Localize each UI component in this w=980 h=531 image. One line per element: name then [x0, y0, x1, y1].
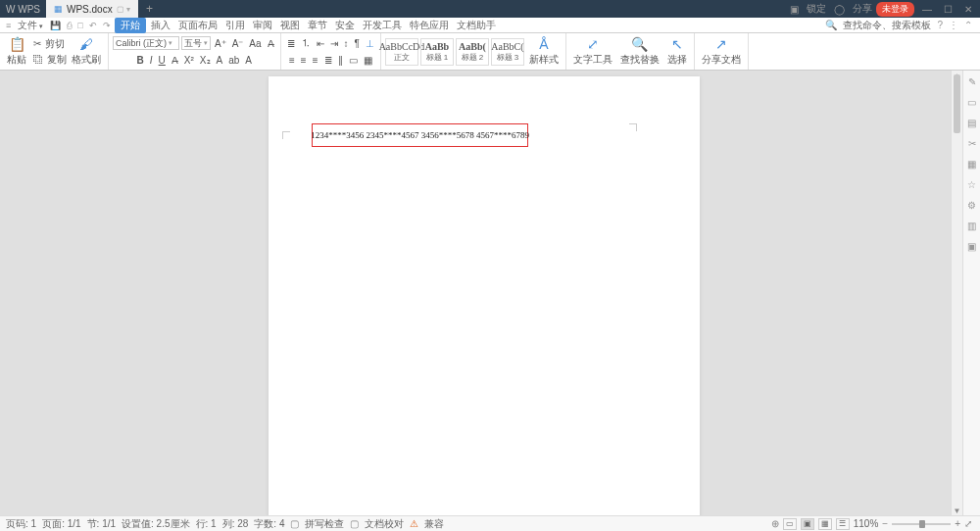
font-color-icon[interactable]: A	[215, 55, 225, 66]
fullscreen-icon[interactable]: ⤢	[964, 518, 972, 529]
panel-props-icon[interactable]: ▤	[967, 118, 976, 128]
share-icon[interactable]: ◯	[830, 4, 849, 15]
tab-devtools[interactable]: 开发工具	[360, 19, 405, 32]
expand-icon[interactable]: ⌃	[964, 20, 972, 30]
status-spellcheck[interactable]: 拼写检查	[305, 517, 344, 531]
panel-grid-icon[interactable]: ▥	[967, 220, 976, 231]
tab-security[interactable]: 安全	[332, 19, 358, 32]
cut-label[interactable]: 剪切	[45, 37, 65, 51]
format-painter-button[interactable]: 🖌 格式刷	[69, 36, 104, 67]
maximize-icon[interactable]: ☐	[940, 4, 956, 15]
add-tab-button[interactable]: +	[138, 0, 161, 18]
status-page-num[interactable]: 页码: 1	[6, 517, 36, 531]
panel-select-icon[interactable]: ▭	[967, 97, 976, 108]
tab-section[interactable]: 章节	[305, 19, 330, 32]
lock-icon[interactable]: ▣	[786, 4, 803, 15]
align-center-icon[interactable]: ≡	[299, 55, 309, 66]
bullets-icon[interactable]: ≣	[285, 38, 297, 49]
highlight-icon[interactable]: ab	[226, 55, 241, 66]
docproof-icon[interactable]: ▢	[350, 518, 359, 529]
tabs-icon[interactable]: ⊥	[364, 38, 376, 49]
change-case-icon[interactable]: Aa	[247, 38, 263, 49]
search-icon[interactable]: 🔍	[825, 20, 837, 30]
undo-icon[interactable]: ↶	[87, 21, 99, 30]
more-icon[interactable]: ⋮	[949, 20, 958, 30]
tab-insert[interactable]: 插入	[148, 19, 173, 32]
font-size-select[interactable]: 五号	[181, 36, 211, 50]
compat-icon[interactable]: ⚠	[410, 518, 418, 529]
login-button[interactable]: 未登录	[876, 2, 914, 17]
help-icon[interactable]: ?	[937, 20, 943, 30]
print-icon[interactable]: ⎙	[65, 21, 74, 30]
document-canvas[interactable]: 1234****3456 2345****4567 3456****5678 4…	[0, 71, 951, 515]
italic-icon[interactable]: I	[148, 55, 155, 66]
save-icon[interactable]: 💾	[48, 21, 63, 30]
style-h2[interactable]: AaBb( 标题 2	[456, 38, 489, 66]
panel-folder-icon[interactable]: ▣	[967, 241, 976, 252]
cut-icon[interactable]: ✂	[31, 38, 43, 49]
status-chars[interactable]: 字数: 4	[254, 517, 284, 531]
close-icon[interactable]: ✕	[960, 4, 976, 15]
shading-icon[interactable]: ▭	[347, 55, 360, 66]
clear-format-icon[interactable]: A̶	[266, 38, 276, 49]
file-menu[interactable]: 文件	[15, 19, 46, 32]
tab-pagelayout[interactable]: 页面布局	[175, 19, 220, 32]
panel-clip-icon[interactable]: ✂	[968, 138, 976, 149]
style-h3[interactable]: AaBbC( 标题 3	[491, 38, 524, 66]
style-h1[interactable]: AaBb 标题 1	[420, 38, 454, 66]
tab-feature[interactable]: 特色应用	[407, 19, 452, 32]
superscript-icon[interactable]: X²	[182, 55, 196, 66]
select-button[interactable]: ↖ 选择	[664, 36, 690, 67]
redo-icon[interactable]: ↷	[101, 21, 113, 30]
paste-button[interactable]: 📋 粘贴	[4, 36, 29, 67]
preview-icon[interactable]: □	[75, 21, 84, 30]
document-text[interactable]: 1234****3456 2345****4567 3456****5678 4…	[311, 130, 529, 140]
panel-star-icon[interactable]: ☆	[967, 179, 976, 190]
underline-icon[interactable]: U	[157, 55, 168, 66]
tab-view[interactable]: 视图	[277, 19, 303, 32]
font-shrink-icon[interactable]: A⁻	[230, 38, 246, 49]
indent-icon[interactable]: ⇥	[328, 38, 340, 49]
numbering-icon[interactable]: ⒈	[299, 36, 313, 50]
tab-home[interactable]: 开始	[115, 18, 146, 33]
share-doc-button[interactable]: ↗ 分享文档	[699, 36, 744, 67]
panel-template-icon[interactable]: ▦	[967, 159, 976, 169]
status-col[interactable]: 列: 28	[222, 517, 249, 531]
view-outline-button[interactable]: ☰	[836, 518, 850, 530]
tab-dochelper[interactable]: 文档助手	[454, 19, 499, 32]
menu-icon[interactable]: ≡	[4, 21, 13, 30]
strike-icon[interactable]: A̶	[170, 55, 180, 66]
view-web-button[interactable]: ▦	[818, 518, 832, 530]
char-shading-icon[interactable]: A	[243, 55, 254, 66]
document-tab[interactable]: ▦ WPS.docx ▢ ▾	[46, 0, 138, 18]
copy-label[interactable]: 复制	[47, 53, 67, 67]
bold-icon[interactable]: B	[135, 55, 146, 66]
font-grow-icon[interactable]: A⁺	[213, 38, 228, 49]
align-left-icon[interactable]: ≡	[287, 55, 297, 66]
subscript-icon[interactable]: X₂	[198, 55, 213, 66]
align-right-icon[interactable]: ≡	[311, 55, 320, 66]
new-style-button[interactable]: Å 新样式	[526, 36, 562, 67]
status-compat[interactable]: 兼容	[424, 517, 444, 531]
search-placeholder[interactable]: 查找命令、搜索模板	[843, 19, 931, 32]
zoom-slider[interactable]	[892, 523, 951, 525]
justify-icon[interactable]: ≣	[322, 55, 334, 66]
panel-edit-icon[interactable]: ✎	[968, 76, 976, 87]
findreplace-button[interactable]: 🔍 查找替换	[617, 36, 662, 67]
scroll-thumb[interactable]	[954, 74, 960, 133]
status-position[interactable]: 设置值: 2.5厘米	[122, 517, 189, 531]
vertical-scrollbar[interactable]: ▲ ▼	[951, 71, 962, 515]
panel-gear-icon[interactable]: ⚙	[967, 200, 976, 211]
status-page-range[interactable]: 页面: 1/1	[42, 517, 80, 531]
spellcheck-icon[interactable]: ▢	[290, 518, 299, 529]
zoom-out-icon[interactable]: −	[882, 518, 888, 529]
linespacing-icon[interactable]: ‖	[336, 55, 345, 66]
tab-dropdown-icon[interactable]: ▢ ▾	[117, 5, 130, 14]
insert-mode-icon[interactable]: ⊕	[771, 518, 779, 529]
font-name-select[interactable]: Calibri (正文)	[113, 36, 179, 50]
minimize-icon[interactable]: —	[918, 4, 936, 15]
view-page-button[interactable]: ▭	[783, 518, 797, 530]
tab-references[interactable]: 引用	[222, 19, 248, 32]
tab-review[interactable]: 审阅	[250, 19, 275, 32]
status-section[interactable]: 节: 1/1	[87, 517, 116, 531]
